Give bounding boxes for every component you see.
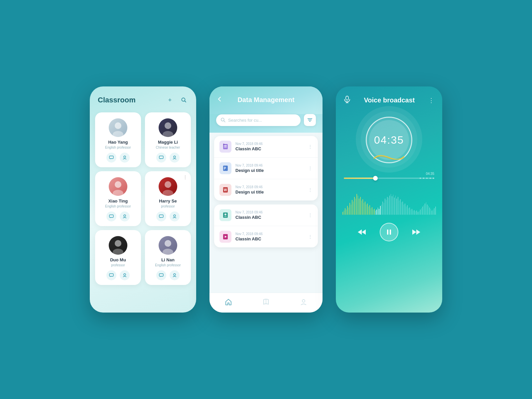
message-btn-xiao-ting[interactable] (106, 211, 116, 221)
timer-circle: 04:35 (366, 117, 412, 163)
svg-point-15 (163, 190, 173, 196)
data-item-3[interactable]: W Nov 7, 2018 09:46 Design ui title ⋮ (214, 179, 318, 200)
more-dots-harry-se[interactable]: ⋮ (183, 175, 188, 180)
filter-button[interactable] (304, 114, 316, 126)
svg-point-10 (115, 181, 121, 188)
wave-bar-31 (379, 209, 379, 215)
timer-display: 04:35 (374, 134, 404, 146)
svg-line-27 (224, 121, 225, 122)
wave-bar-53 (405, 203, 405, 215)
pause-button[interactable] (380, 223, 398, 241)
item-name-4: Classin ABC (235, 215, 304, 220)
svg-text:P: P (224, 167, 226, 170)
wave-bar-33 (381, 204, 382, 215)
wave-bar-28 (375, 210, 376, 215)
person-card-harry-se[interactable]: ⋮ Harry Se professor (145, 171, 191, 226)
voice-controls (336, 215, 442, 248)
message-btn-harry-se[interactable] (156, 211, 166, 221)
item-more-5[interactable]: ⋮ (308, 234, 313, 239)
data-item-5[interactable]: Nov 7, 2018 09:46 Classin ABC ⋮ (214, 226, 318, 247)
wave-bar-76 (432, 210, 432, 215)
wave-bar-4 (347, 206, 348, 215)
more-options-button[interactable]: ⋮ (428, 97, 434, 104)
message-btn-hao-yang[interactable] (106, 153, 116, 163)
svg-point-34 (223, 144, 224, 145)
wave-bar-68 (422, 206, 423, 215)
wave-bar-57 (409, 207, 410, 215)
forward-button[interactable] (409, 225, 424, 239)
add-button[interactable]: + (166, 96, 174, 104)
card-actions-harry-se (156, 211, 180, 221)
item-info-2: Nov 7, 2018 09:46 Design ui title (235, 164, 304, 173)
svg-rect-50 (387, 229, 388, 235)
message-btn-li-nan[interactable] (156, 270, 166, 280)
wave-bar-9 (353, 201, 354, 215)
avatar-xiao-ting (109, 177, 127, 196)
nav-book[interactable] (262, 298, 270, 307)
wave-bar-45 (395, 196, 396, 215)
wave-bar-25 (372, 207, 372, 215)
wave-bar-37 (386, 200, 387, 215)
message-btn-duo-mu[interactable] (106, 270, 116, 280)
wave-bar-22 (368, 206, 369, 215)
wave-bar-64 (418, 212, 418, 215)
data-card-group2: Nov 7, 2018 09:46 Classin ABC ⋮ Nov 7, 2… (214, 204, 318, 247)
wave-bar-34 (382, 201, 383, 215)
wave-bar-15 (360, 197, 361, 215)
data-item-4[interactable]: Nov 7, 2018 09:46 Classin ABC ⋮ (214, 204, 318, 226)
nav-user[interactable] (300, 298, 307, 307)
message-btn-maggie-li[interactable] (156, 153, 166, 163)
wave-bar-62 (415, 211, 416, 215)
rewind-button[interactable] (354, 225, 369, 239)
wave-bar-8 (352, 200, 352, 215)
person-card-li-nan[interactable]: Li Nan English professor (145, 230, 191, 285)
wave-bar-27 (374, 209, 375, 215)
wave-bar-63 (416, 210, 417, 215)
item-more-2[interactable]: ⋮ (308, 166, 313, 171)
wave-bar-69 (424, 205, 424, 215)
item-name-1: Classin ABC (235, 146, 304, 151)
profile-btn-harry-se[interactable] (170, 211, 180, 221)
wave-bar-29 (376, 209, 377, 215)
svg-point-40 (224, 213, 226, 215)
svg-marker-48 (358, 229, 362, 235)
profile-btn-li-nan[interactable] (170, 270, 180, 280)
wave-bar-24 (371, 208, 371, 215)
wave-bar-71 (426, 202, 427, 215)
mic-icon[interactable] (344, 96, 350, 105)
item-more-4[interactable]: ⋮ (308, 212, 313, 218)
svg-point-7 (163, 131, 173, 137)
svg-point-17 (174, 215, 176, 217)
nav-home[interactable] (225, 298, 232, 307)
person-card-maggie-li[interactable]: Maggie Li Chinese teacher (145, 112, 191, 167)
card-actions-hao-yang (106, 153, 130, 163)
person-card-duo-mu[interactable]: Duo Mu professor (95, 230, 141, 285)
file-icon-1 (219, 141, 231, 153)
wave-bar-1 (344, 210, 344, 215)
item-more-3[interactable]: ⋮ (308, 187, 313, 193)
profile-btn-maggie-li[interactable] (170, 153, 180, 163)
progress-thumb[interactable] (373, 176, 378, 181)
data-footer (209, 293, 323, 313)
item-more-1[interactable]: ⋮ (308, 144, 313, 149)
wave-bar-77 (433, 209, 434, 215)
svg-text:W: W (224, 188, 227, 192)
svg-marker-52 (412, 229, 416, 235)
progress-track[interactable] (344, 178, 434, 179)
data-item-2[interactable]: P Nov 7, 2018 09:46 Design ui title ⋮ (214, 158, 318, 179)
person-card-hao-yang[interactable]: Hao Yang English professor (95, 112, 141, 167)
back-button[interactable] (216, 96, 223, 104)
profile-btn-xiao-ting[interactable] (120, 211, 130, 221)
person-card-xiao-ting[interactable]: Xiao Ting English professor (95, 171, 141, 226)
profile-btn-duo-mu[interactable] (120, 270, 130, 280)
svg-line-1 (185, 101, 186, 102)
wave-bar-20 (366, 204, 367, 215)
wave-bar-61 (414, 210, 415, 215)
avatar-maggie-li (159, 118, 177, 137)
dot-4 (430, 178, 431, 179)
search-button[interactable] (180, 96, 188, 104)
data-item-1[interactable]: Nov 7, 2018 09:46 Classin ABC ⋮ (214, 136, 318, 158)
wave-bar-19 (365, 201, 365, 215)
person-role-xiao-ting: English professor (105, 204, 131, 208)
profile-btn-hao-yang[interactable] (120, 153, 130, 163)
